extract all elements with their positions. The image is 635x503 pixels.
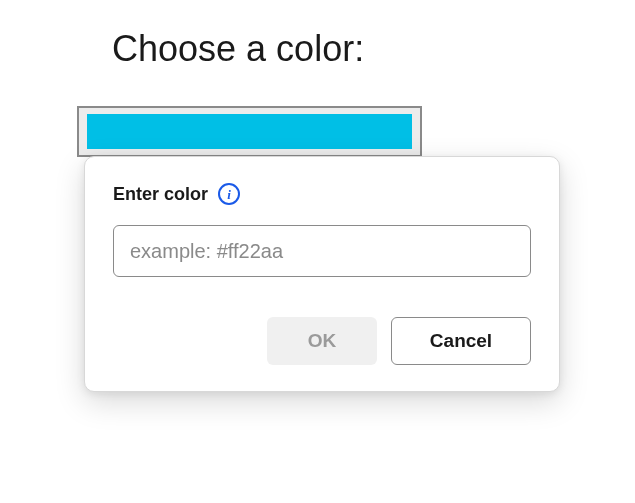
- color-dialog: Enter color i OK Cancel: [84, 156, 560, 392]
- dialog-buttons: OK Cancel: [113, 317, 531, 365]
- ok-button[interactable]: OK: [267, 317, 377, 365]
- page-title: Choose a color:: [112, 28, 364, 70]
- info-icon[interactable]: i: [218, 183, 240, 205]
- dialog-title: Enter color: [113, 184, 208, 205]
- dialog-header: Enter color i: [113, 183, 531, 205]
- color-swatch[interactable]: [77, 106, 422, 157]
- color-input[interactable]: [113, 225, 531, 277]
- cancel-button[interactable]: Cancel: [391, 317, 531, 365]
- color-swatch-fill: [87, 114, 412, 149]
